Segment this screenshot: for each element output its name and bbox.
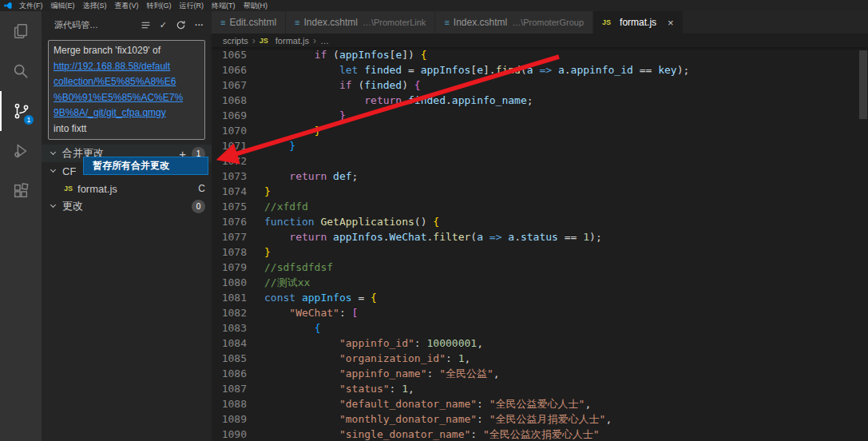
commit-message-link[interactable]: %B0%91%E5%85%AC%E7% [54,90,200,106]
code-line[interactable]: 1076function GetApplications() { [212,214,868,229]
code-line[interactable]: 1077 return appInfos.WeChat.filter(a => … [212,229,868,244]
activity-bar: 1 [0,11,42,441]
breadcrumb-item-0[interactable]: scripts [223,36,248,46]
token: appInfos [339,49,390,61]
code-line[interactable]: 1072 [212,153,868,169]
scrollbar-thumb[interactable] [859,50,867,119]
token [264,352,339,364]
extensions-icon[interactable] [0,171,42,211]
code-text: return appInfos.WeChat.filter(a => a.sta… [264,229,602,244]
menu-item-3[interactable]: 查看(V) [111,1,143,11]
editor-scrollbar[interactable] [858,47,868,441]
view-as-list-icon[interactable] [141,20,151,30]
token: //sdfsdfdsf [264,261,333,273]
chevron-down-icon [50,167,56,173]
menu-item-7[interactable]: 帮助(H) [240,1,272,11]
code-line[interactable]: 1083 { [212,320,868,336]
explorer-icon[interactable] [0,11,42,51]
code-line[interactable]: 1071 } [212,138,868,153]
source-control-icon[interactable]: 1 [0,91,42,131]
commit-message-link[interactable]: collection/%E5%85%A8%E6 [54,74,200,90]
code-area[interactable]: 1065 if (appInfos[e]) {1066 let finded =… [212,47,868,441]
code-line[interactable]: 1074} [212,184,868,199]
sidebar-title: 源代码管… [54,19,98,31]
more-actions-icon[interactable]: ··· [195,21,204,30]
commit-check-icon[interactable]: ✓ [160,21,167,30]
breadcrumb-item-1[interactable]: JSformat.js [260,36,309,46]
code-line[interactable]: 1086 "appinfo_name": "全民公益", [212,366,868,381]
line-number: 1088 [212,396,247,411]
sidebar-source-control: 源代码管… ✓ ··· Merge branch 'fix1029' ofhtt… [42,11,212,441]
commit-message-link[interactable]: http://192.168.88.58/default [54,59,200,75]
code-line[interactable]: 1080//测试xx [212,275,868,290]
code-line[interactable]: 1073 return def; [212,169,868,184]
token: "WeChat" [289,307,339,319]
tree-item-label: 更改 [62,199,83,213]
token: ( [327,49,339,61]
token: //测试xx [264,276,310,288]
breadcrumb[interactable]: scripts›JSformat.js›… [212,34,868,47]
code-text: } [264,108,346,123]
code-line[interactable]: 1078} [212,244,868,260]
token: filter [433,231,470,243]
line-number: 1076 [212,214,247,229]
menu-item-6[interactable]: 终端(T) [208,1,240,11]
code-text: //xfdfd [264,199,308,214]
token [264,64,339,76]
tab-edit-cshtml[interactable]: ≡Edit.cshtml [212,11,286,34]
token: 10000001 [427,337,478,349]
token: ( [470,231,477,243]
code-line[interactable]: 1065 if (appInfos[e]) { [212,47,868,62]
menu-item-4[interactable]: 转到(G) [143,1,176,11]
tree-item-file-format-js[interactable]: JSformat.jsC [42,180,212,197]
menu-item-0[interactable]: 文件(F) [15,1,47,11]
commit-message-box[interactable]: Merge branch 'fix1029' ofhttp://192.168.… [48,40,205,140]
code-line[interactable]: 1089 "monthly_donator_name": "全民公益月捐爱心人士… [212,411,868,427]
token: "全民公益月捐爱心人士" [489,413,606,425]
code-line[interactable]: 1079//sdfsdfdsf [212,260,868,275]
token: return [289,170,327,182]
menu-item-2[interactable]: 选择(S) [79,1,111,11]
tab-format-js[interactable]: JSformat.js× [593,11,684,34]
code-line[interactable]: 1070 } [212,123,868,138]
line-number: 1083 [212,320,247,336]
search-icon[interactable] [0,51,42,91]
token: . [565,64,571,76]
tab-index-cshtml-promoterlink[interactable]: ≡Index.cshtml…\PromoterLink [286,11,435,34]
code-line[interactable]: 1090 "single_donator_name": "全民公益次捐爱心人士" [212,427,868,441]
code-line[interactable]: 1066 let finded = appInfos[e].find(a => … [212,62,868,77]
code-line[interactable]: 1082 "WeChat": [ [212,305,868,320]
breadcrumb-item-2[interactable]: … [320,36,329,46]
code-line[interactable]: 1084 "appinfo_id": 10000001, [212,336,868,351]
code-line[interactable]: 1069 } [212,108,868,123]
tree-item-changes[interactable]: 更改0 [42,197,212,215]
code-line[interactable]: 1088 "default_donator_name": "全民公益爱心人士", [212,396,868,411]
tab-index-cshtml-promotergroup[interactable]: ≡Index.cshtml…\PromoterGroup [435,11,593,34]
commit-message-link[interactable]: 9B%8A/_git/git_cfpa.qmgy [54,105,200,121]
token: appinfo_name [452,94,527,106]
code-line[interactable]: 1068 return finded.appinfo_name; [212,93,868,108]
code-line[interactable]: 1075//xfdfd [212,199,868,214]
code-line[interactable]: 1087 "status": 1, [212,381,868,396]
token: "status" [339,383,390,395]
code-text: "appinfo_name": "全民公益", [264,366,500,381]
line-number: 1068 [212,93,247,108]
token: return [364,94,402,106]
code-text: } [264,244,271,260]
token: 1 [583,231,589,243]
code-line[interactable]: 1085 "organization_id": 1, [212,351,868,366]
token: { [433,216,439,228]
refresh-icon[interactable] [176,20,186,30]
tree-item-actions: C [198,183,205,194]
menu-item-1[interactable]: 编辑(E) [47,1,79,11]
line-number: 1085 [212,351,247,366]
token: = [402,64,420,76]
run-debug-icon[interactable] [0,131,42,171]
menu-item-5[interactable]: 运行(R) [176,1,208,11]
code-line[interactable]: 1081const appInfos = { [212,290,868,305]
close-icon[interactable]: × [668,17,674,29]
stage-all-merge-changes-tooltip[interactable]: 暂存所有合并更改 [83,157,208,175]
token: ) [402,79,414,91]
code-line[interactable]: 1067 if (finded) { [212,77,868,93]
token: ); [677,64,690,76]
